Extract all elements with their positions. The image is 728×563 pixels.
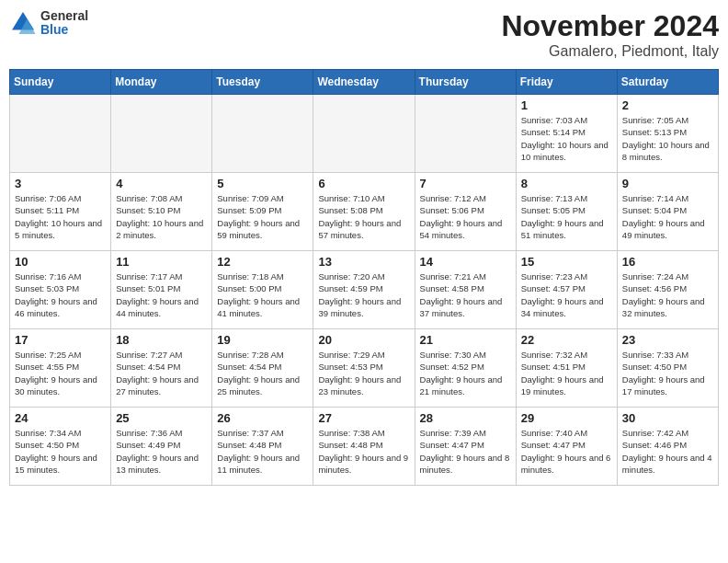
day-info: Sunrise: 7:34 AM Sunset: 4:50 PM Dayligh… bbox=[15, 427, 106, 476]
calendar-cell: 29Sunrise: 7:40 AM Sunset: 4:47 PM Dayli… bbox=[516, 408, 617, 486]
logo-text: General Blue bbox=[40, 9, 88, 38]
day-info: Sunrise: 7:32 AM Sunset: 4:51 PM Dayligh… bbox=[521, 349, 612, 397]
day-number: 3 bbox=[15, 177, 106, 190]
calendar-cell: 2Sunrise: 7:05 AM Sunset: 5:13 PM Daylig… bbox=[617, 95, 718, 173]
calendar-cell: 10Sunrise: 7:16 AM Sunset: 5:03 PM Dayli… bbox=[10, 251, 111, 329]
day-info: Sunrise: 7:16 AM Sunset: 5:03 PM Dayligh… bbox=[15, 270, 106, 319]
day-number: 26 bbox=[217, 411, 308, 425]
calendar-cell: 17Sunrise: 7:25 AM Sunset: 4:55 PM Dayli… bbox=[10, 329, 111, 408]
day-number: 11 bbox=[116, 255, 207, 269]
day-number: 17 bbox=[15, 333, 106, 347]
day-number: 24 bbox=[15, 411, 106, 425]
calendar-cell bbox=[111, 95, 212, 173]
day-number: 29 bbox=[521, 411, 612, 425]
day-info: Sunrise: 7:25 AM Sunset: 4:55 PM Dayligh… bbox=[15, 349, 106, 397]
calendar-cell: 28Sunrise: 7:39 AM Sunset: 4:47 PM Dayli… bbox=[415, 408, 516, 486]
day-number: 16 bbox=[622, 255, 713, 269]
day-info: Sunrise: 7:23 AM Sunset: 4:57 PM Dayligh… bbox=[521, 270, 612, 319]
calendar-cell: 16Sunrise: 7:24 AM Sunset: 4:56 PM Dayli… bbox=[617, 251, 718, 329]
day-info: Sunrise: 7:03 AM Sunset: 5:14 PM Dayligh… bbox=[521, 114, 612, 163]
logo-icon bbox=[9, 9, 37, 37]
day-header: Friday bbox=[516, 70, 617, 95]
calendar-cell: 1Sunrise: 7:03 AM Sunset: 5:14 PM Daylig… bbox=[516, 95, 617, 173]
day-number: 5 bbox=[217, 177, 308, 190]
calendar-body: 1Sunrise: 7:03 AM Sunset: 5:14 PM Daylig… bbox=[10, 95, 719, 486]
day-info: Sunrise: 7:30 AM Sunset: 4:52 PM Dayligh… bbox=[420, 349, 511, 397]
day-info: Sunrise: 7:39 AM Sunset: 4:47 PM Dayligh… bbox=[420, 427, 511, 476]
calendar-cell: 9Sunrise: 7:14 AM Sunset: 5:04 PM Daylig… bbox=[617, 173, 718, 251]
calendar-cell: 8Sunrise: 7:13 AM Sunset: 5:05 PM Daylig… bbox=[516, 173, 617, 251]
header: General Blue November 2024 Gamalero, Pie… bbox=[9, 9, 719, 60]
calendar-cell: 30Sunrise: 7:42 AM Sunset: 4:46 PM Dayli… bbox=[617, 408, 718, 486]
month-title: November 2024 bbox=[501, 9, 719, 43]
day-info: Sunrise: 7:42 AM Sunset: 4:46 PM Dayligh… bbox=[622, 427, 713, 476]
day-number: 7 bbox=[420, 177, 511, 190]
calendar-cell: 13Sunrise: 7:20 AM Sunset: 4:59 PM Dayli… bbox=[313, 251, 415, 329]
day-info: Sunrise: 7:27 AM Sunset: 4:54 PM Dayligh… bbox=[116, 349, 207, 397]
calendar-cell: 18Sunrise: 7:27 AM Sunset: 4:54 PM Dayli… bbox=[111, 329, 212, 408]
day-number: 19 bbox=[217, 333, 308, 347]
day-number: 6 bbox=[318, 177, 409, 190]
calendar-week-row: 10Sunrise: 7:16 AM Sunset: 5:03 PM Dayli… bbox=[10, 251, 719, 329]
day-info: Sunrise: 7:38 AM Sunset: 4:48 PM Dayligh… bbox=[318, 427, 409, 476]
day-info: Sunrise: 7:29 AM Sunset: 4:53 PM Dayligh… bbox=[318, 349, 409, 397]
day-number: 18 bbox=[116, 333, 207, 347]
day-info: Sunrise: 7:08 AM Sunset: 5:10 PM Dayligh… bbox=[116, 192, 207, 241]
calendar-cell bbox=[415, 95, 516, 173]
day-info: Sunrise: 7:37 AM Sunset: 4:48 PM Dayligh… bbox=[217, 427, 308, 476]
day-info: Sunrise: 7:21 AM Sunset: 4:58 PM Dayligh… bbox=[420, 270, 511, 319]
day-info: Sunrise: 7:13 AM Sunset: 5:05 PM Dayligh… bbox=[521, 192, 612, 241]
day-number: 9 bbox=[622, 177, 713, 190]
calendar-cell: 11Sunrise: 7:17 AM Sunset: 5:01 PM Dayli… bbox=[111, 251, 212, 329]
calendar-cell: 19Sunrise: 7:28 AM Sunset: 4:54 PM Dayli… bbox=[212, 329, 313, 408]
calendar-week-row: 17Sunrise: 7:25 AM Sunset: 4:55 PM Dayli… bbox=[10, 329, 719, 408]
calendar-cell: 25Sunrise: 7:36 AM Sunset: 4:49 PM Dayli… bbox=[111, 408, 212, 486]
calendar-cell: 12Sunrise: 7:18 AM Sunset: 5:00 PM Dayli… bbox=[212, 251, 313, 329]
calendar-week-row: 3Sunrise: 7:06 AM Sunset: 5:11 PM Daylig… bbox=[10, 173, 719, 251]
logo: General Blue bbox=[9, 9, 88, 38]
day-header: Saturday bbox=[617, 70, 718, 95]
calendar-cell: 14Sunrise: 7:21 AM Sunset: 4:58 PM Dayli… bbox=[415, 251, 516, 329]
title-area: November 2024 Gamalero, Piedmont, Italy bbox=[501, 9, 719, 60]
day-header: Tuesday bbox=[212, 70, 313, 95]
calendar-cell: 4Sunrise: 7:08 AM Sunset: 5:10 PM Daylig… bbox=[111, 173, 212, 251]
day-number: 12 bbox=[217, 255, 308, 269]
calendar-cell: 15Sunrise: 7:23 AM Sunset: 4:57 PM Dayli… bbox=[516, 251, 617, 329]
day-number: 1 bbox=[521, 98, 612, 112]
day-header: Monday bbox=[111, 70, 212, 95]
calendar-cell: 27Sunrise: 7:38 AM Sunset: 4:48 PM Dayli… bbox=[313, 408, 415, 486]
day-info: Sunrise: 7:10 AM Sunset: 5:08 PM Dayligh… bbox=[318, 192, 409, 241]
day-info: Sunrise: 7:18 AM Sunset: 5:00 PM Dayligh… bbox=[217, 270, 308, 319]
day-number: 28 bbox=[420, 411, 511, 425]
calendar-cell bbox=[212, 95, 313, 173]
day-number: 15 bbox=[521, 255, 612, 269]
calendar-cell bbox=[313, 95, 415, 173]
day-number: 20 bbox=[318, 333, 409, 347]
day-info: Sunrise: 7:14 AM Sunset: 5:04 PM Dayligh… bbox=[622, 192, 713, 241]
day-info: Sunrise: 7:36 AM Sunset: 4:49 PM Dayligh… bbox=[116, 427, 207, 476]
day-info: Sunrise: 7:06 AM Sunset: 5:11 PM Dayligh… bbox=[15, 192, 106, 241]
day-header: Sunday bbox=[10, 70, 111, 95]
day-number: 14 bbox=[420, 255, 511, 269]
day-info: Sunrise: 7:05 AM Sunset: 5:13 PM Dayligh… bbox=[622, 114, 713, 163]
day-info: Sunrise: 7:40 AM Sunset: 4:47 PM Dayligh… bbox=[521, 427, 612, 476]
calendar-cell: 22Sunrise: 7:32 AM Sunset: 4:51 PM Dayli… bbox=[516, 329, 617, 408]
day-info: Sunrise: 7:24 AM Sunset: 4:56 PM Dayligh… bbox=[622, 270, 713, 319]
day-number: 30 bbox=[622, 411, 713, 425]
day-info: Sunrise: 7:09 AM Sunset: 5:09 PM Dayligh… bbox=[217, 192, 308, 241]
subtitle: Gamalero, Piedmont, Italy bbox=[501, 43, 719, 60]
day-info: Sunrise: 7:17 AM Sunset: 5:01 PM Dayligh… bbox=[116, 270, 207, 319]
calendar-week-row: 1Sunrise: 7:03 AM Sunset: 5:14 PM Daylig… bbox=[10, 95, 719, 173]
calendar-cell: 24Sunrise: 7:34 AM Sunset: 4:50 PM Dayli… bbox=[10, 408, 111, 486]
calendar-cell: 21Sunrise: 7:30 AM Sunset: 4:52 PM Dayli… bbox=[415, 329, 516, 408]
day-info: Sunrise: 7:20 AM Sunset: 4:59 PM Dayligh… bbox=[318, 270, 409, 319]
calendar-cell: 7Sunrise: 7:12 AM Sunset: 5:06 PM Daylig… bbox=[415, 173, 516, 251]
calendar-cell: 6Sunrise: 7:10 AM Sunset: 5:08 PM Daylig… bbox=[313, 173, 415, 251]
calendar-cell: 26Sunrise: 7:37 AM Sunset: 4:48 PM Dayli… bbox=[212, 408, 313, 486]
day-number: 10 bbox=[15, 255, 106, 269]
day-header: Thursday bbox=[415, 70, 516, 95]
day-number: 4 bbox=[116, 177, 207, 190]
calendar-cell: 5Sunrise: 7:09 AM Sunset: 5:09 PM Daylig… bbox=[212, 173, 313, 251]
day-number: 23 bbox=[622, 333, 713, 347]
day-info: Sunrise: 7:33 AM Sunset: 4:50 PM Dayligh… bbox=[622, 349, 713, 397]
